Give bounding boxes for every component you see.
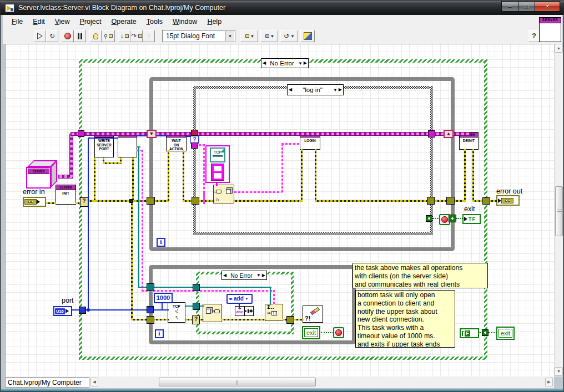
inner-case-structure-border[interactable]	[193, 86, 196, 235]
chevron-down-icon[interactable]: ▼	[256, 273, 261, 278]
tunnel-numeric[interactable]	[79, 307, 86, 314]
menu-file[interactable]: File	[7, 16, 28, 27]
chevron-down-icon[interactable]: ▼	[225, 31, 234, 41]
scroll-right-icon[interactable]: ▶	[545, 378, 553, 386]
format-into-string-node[interactable]: ◂▸ abc ▸▮◆	[235, 306, 254, 316]
port-terminal[interactable]: U16	[53, 306, 72, 316]
tunnel-refnum[interactable]	[193, 284, 200, 291]
tunnel-refnum[interactable]	[193, 303, 200, 310]
step-over-button[interactable]: ↷	[130, 30, 143, 42]
tcp-class-constant[interactable]: TCP	[205, 145, 230, 183]
tunnel-error[interactable]	[482, 197, 490, 205]
false-boolean-constant[interactable]: F	[460, 328, 479, 338]
error-in-terminal[interactable]	[23, 197, 46, 207]
iteration-terminal-bottom[interactable]: i	[155, 329, 164, 338]
case-selector-terminal[interactable]: ?	[80, 197, 88, 207]
port-label[interactable]: port	[62, 297, 74, 304]
preserve-runtime-class-node[interactable]	[203, 304, 222, 322]
wire-error[interactable]	[132, 157, 134, 202]
wire-class-chain[interactable]	[70, 132, 469, 136]
wire-class[interactable]	[142, 150, 143, 292]
wire-error[interactable]	[154, 319, 169, 320]
chevron-down-icon[interactable]: ▼	[298, 61, 303, 66]
scroll-up-icon[interactable]: ▲	[555, 44, 563, 53]
pause-button[interactable]	[74, 30, 86, 42]
wire-refnum[interactable]	[138, 287, 271, 288]
close-button[interactable]: ×	[535, 1, 560, 12]
wire-class[interactable]	[234, 191, 283, 193]
wire-error[interactable]	[168, 150, 169, 202]
tunnel-boolean[interactable]	[449, 215, 456, 222]
timeout-constant[interactable]: 1000	[154, 293, 173, 303]
wire-error[interactable]	[472, 149, 474, 202]
execution-target-tab[interactable]: Chat.lvproj/My Computer	[5, 377, 89, 388]
vi-icon[interactable]: SERVER	[539, 17, 561, 42]
maximize-button[interactable]: □	[518, 1, 535, 12]
wire-error[interactable]	[454, 200, 465, 202]
menu-view[interactable]: View	[50, 16, 75, 27]
wire-error[interactable]	[46, 202, 56, 204]
wire-refnum[interactable]	[138, 146, 139, 288]
wire-boolean[interactable]	[433, 218, 440, 219]
wire-junction[interactable]	[129, 199, 133, 203]
step-into-button[interactable]: ↓	[118, 30, 130, 42]
server-class-constant[interactable]: SERVER	[26, 160, 59, 189]
vertical-scroll-thumb[interactable]	[555, 186, 563, 236]
wire-class[interactable]	[281, 143, 301, 145]
tunnel-error[interactable]	[192, 197, 199, 205]
wire-error[interactable]	[489, 200, 497, 202]
wire-error[interactable]	[88, 200, 149, 202]
wire-error[interactable]	[221, 319, 266, 320]
enqueue-element-node[interactable]: Σ.. ⇒	[265, 304, 283, 321]
tunnel-boolean[interactable]	[426, 215, 432, 222]
wire-error[interactable]	[233, 200, 302, 202]
chevron-down-icon[interactable]: ▼	[245, 295, 249, 303]
exit-local-variable-right[interactable]: exit	[496, 327, 515, 340]
menu-project[interactable]: Project	[75, 16, 107, 27]
wire-error[interactable]	[94, 157, 95, 202]
tunnel-error[interactable]	[147, 316, 154, 324]
distribute-objects-button[interactable]: ▼	[260, 30, 278, 42]
wire-error[interactable]	[464, 149, 466, 202]
error-in-label[interactable]: error in	[23, 188, 45, 196]
wire-error[interactable]	[315, 200, 430, 202]
reorder-objects-button[interactable]: ↺▼	[280, 30, 298, 42]
to-more-specific-class-node[interactable]: ⊙	[213, 185, 234, 203]
tcp-wait-on-listener-node[interactable]: TCP ∿̓ ʐ	[168, 302, 185, 323]
wire-numeric[interactable]	[162, 303, 163, 310]
tunnel-error[interactable]	[427, 197, 435, 205]
wire-numeric[interactable]	[88, 138, 89, 310]
retain-wire-values-button[interactable]: ⚲	[102, 30, 115, 42]
step-out-button[interactable]: ↑	[143, 30, 155, 42]
exit-boolean-terminal[interactable]: TF	[462, 214, 481, 224]
next-case-icon[interactable]: ▶	[304, 60, 307, 66]
cleanup-diagram-button[interactable]	[300, 30, 315, 42]
wire-class-chain[interactable]	[69, 134, 73, 177]
iteration-terminal-top[interactable]: i	[157, 238, 165, 247]
tunnel-error[interactable]	[446, 197, 455, 205]
scroll-left-icon[interactable]: ◀	[90, 378, 98, 386]
case-selector-bottom[interactable]: ◀ No Error ▼ ▶	[221, 271, 267, 280]
minimize-button[interactable]: –	[501, 1, 518, 12]
wire-error[interactable]	[120, 157, 122, 164]
wire-error[interactable]	[103, 162, 122, 164]
tunnel-numeric[interactable]	[147, 306, 154, 313]
run-continuously-button[interactable]: ↻	[46, 30, 58, 42]
shift-register-right[interactable]: ▲	[444, 130, 454, 138]
clear-errors-node[interactable]: ?!	[303, 306, 323, 323]
font-selector[interactable]: 15pt Dialog Font▼	[162, 30, 235, 42]
wire-junction[interactable]	[87, 308, 90, 312]
abort-button[interactable]	[62, 30, 74, 42]
wire-boolean[interactable]	[489, 332, 497, 333]
wire-refnum[interactable]	[270, 287, 271, 305]
wire-numeric[interactable]	[239, 304, 240, 308]
wire-error[interactable]	[199, 200, 214, 202]
error-out-label[interactable]: error out	[496, 187, 522, 195]
menu-edit[interactable]: Edit	[28, 16, 50, 27]
wire-class[interactable]	[216, 183, 218, 186]
error-out-terminal[interactable]	[496, 195, 520, 206]
comment-top[interactable]: the task above makes all operations with…	[352, 263, 488, 288]
wire-numeric[interactable]	[88, 138, 118, 139]
wire-error[interactable]	[183, 150, 184, 202]
tunnel-boolean[interactable]	[482, 329, 489, 336]
